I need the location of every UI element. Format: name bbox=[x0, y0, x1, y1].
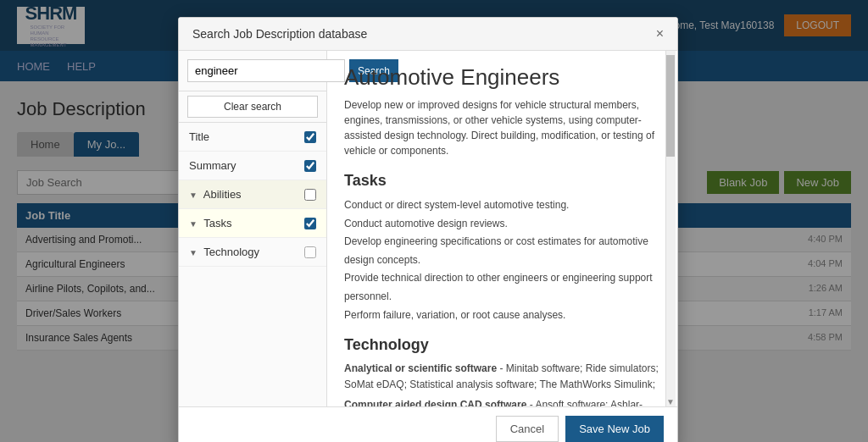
filter-title[interactable]: Title bbox=[179, 123, 326, 152]
filter-summary[interactable]: Summary bbox=[179, 152, 326, 180]
filter-title-label: Title bbox=[189, 130, 209, 143]
filter-summary-label: Summary bbox=[189, 159, 236, 172]
filter-tasks[interactable]: ▼ Tasks bbox=[179, 209, 326, 238]
job-detail-wrapper: Automotive Engineers Develop new or impr… bbox=[327, 51, 677, 406]
tasks-chevron-icon: ▼ bbox=[189, 219, 198, 229]
filter-technology[interactable]: ▼ Technology bbox=[179, 238, 326, 267]
modal-search-area: Search bbox=[179, 51, 326, 91]
technology-chevron-icon: ▼ bbox=[189, 248, 198, 257]
filter-technology-checkbox[interactable] bbox=[304, 246, 316, 258]
tech-label-0: Analytical or scientific software bbox=[344, 362, 497, 374]
modal-body: Search Clear search Title Summary bbox=[179, 51, 677, 406]
tasks-section-title: Tasks bbox=[344, 172, 660, 190]
scrollbar-track[interactable]: ▼ bbox=[665, 51, 676, 406]
filter-title-checkbox[interactable] bbox=[304, 131, 316, 143]
job-detail-panel: Automotive Engineers Develop new or impr… bbox=[327, 51, 677, 406]
task-item: Conduct automotive design reviews. bbox=[344, 215, 660, 234]
filter-technology-label: Technology bbox=[203, 246, 259, 258]
task-item: Perform failure, variation, or root caus… bbox=[344, 307, 660, 325]
job-detail-title: Automotive Engineers bbox=[344, 64, 660, 91]
task-item: Conduct or direct system-level automotiv… bbox=[344, 196, 660, 215]
filter-tasks-label: Tasks bbox=[203, 217, 231, 229]
filter-panel: Search Clear search Title Summary bbox=[179, 51, 327, 406]
modal-title: Search Job Description database bbox=[192, 27, 367, 41]
tech-item-0: Analytical or scientific software - Mini… bbox=[344, 361, 660, 393]
save-new-job-button[interactable]: Save New Job bbox=[565, 416, 664, 442]
technology-section-title: Technology bbox=[344, 336, 660, 354]
filter-abilities-label: Abilities bbox=[203, 188, 242, 201]
modal-footer: Cancel Save New Job bbox=[179, 406, 677, 442]
scrollbar-thumb[interactable] bbox=[666, 55, 675, 157]
modal-search-input[interactable] bbox=[187, 59, 345, 82]
filter-summary-checkbox[interactable] bbox=[304, 160, 316, 172]
tasks-content: Conduct or direct system-level automotiv… bbox=[344, 196, 660, 324]
technology-section: Technology Analytical or scientific soft… bbox=[344, 336, 660, 406]
filter-tasks-checkbox[interactable] bbox=[304, 218, 316, 229]
tech-item-1: Computer aided design CAD software - Ans… bbox=[344, 397, 660, 406]
scroll-down-icon[interactable]: ▼ bbox=[666, 397, 675, 406]
clear-search-button[interactable]: Clear search bbox=[187, 96, 318, 118]
search-modal: Search Job Description database × Search… bbox=[178, 17, 678, 442]
task-item: Provide technical direction to other eng… bbox=[344, 269, 660, 306]
tech-label-1: Computer aided design CAD software bbox=[344, 399, 526, 406]
modal-close-button[interactable]: × bbox=[656, 26, 664, 41]
task-item: Develop engineering specifications or co… bbox=[344, 233, 660, 269]
filter-list: Title Summary ▼ Abilities bbox=[179, 123, 326, 406]
modal-header: Search Job Description database × bbox=[179, 18, 677, 51]
filter-abilities-checkbox[interactable] bbox=[304, 189, 316, 201]
job-detail-summary: Develop new or improved designs for vehi… bbox=[344, 97, 660, 158]
abilities-chevron-icon: ▼ bbox=[189, 191, 198, 200]
filter-abilities[interactable]: ▼ Abilities bbox=[179, 180, 326, 209]
cancel-button[interactable]: Cancel bbox=[496, 416, 559, 442]
